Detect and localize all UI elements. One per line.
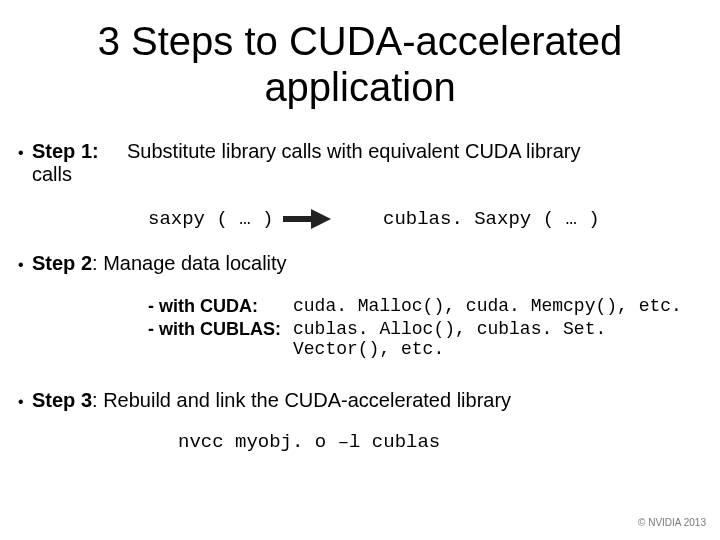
step-1-code-left: saxpy ( … ) [148, 208, 283, 230]
arrow-icon [283, 209, 383, 229]
step-1-label: Step 1: [32, 140, 127, 163]
slide: 3 Steps to CUDA-accelerated application … [0, 0, 720, 540]
title-line-2: application [264, 65, 455, 109]
step-1-code-row: saxpy ( … ) cublas. Saxpy ( … ) [18, 208, 702, 230]
step-3-line: Step 3: Rebuild and link the CUDA-accele… [32, 389, 702, 412]
svg-marker-1 [311, 209, 331, 229]
step-2-row1-label: - with CUDA: [148, 296, 293, 317]
step-2-row1-code: cuda. Malloc(), cuda. Memcpy(), etc. [293, 296, 702, 317]
bullet-icon: • [18, 389, 32, 415]
step-3-code: nvcc myobj. o –l cublas [18, 431, 702, 453]
step-2-row2-code: cublas. Alloc(), cublas. Set. Vector(), … [293, 319, 702, 359]
step-2-detail: - with CUDA: cuda. Malloc(), cuda. Memcp… [18, 296, 702, 359]
step-2: • Step 2: Manage data locality [18, 252, 702, 278]
step-1: • Step 1: calls Substitute library calls… [18, 140, 702, 186]
step-2-line: Step 2: Manage data locality [32, 252, 702, 275]
step-2-row-cublas: - with CUBLAS: cublas. Alloc(), cublas. … [148, 319, 702, 359]
slide-title: 3 Steps to CUDA-accelerated application [0, 0, 720, 118]
slide-body: • Step 1: calls Substitute library calls… [0, 118, 720, 453]
step-3: • Step 3: Rebuild and link the CUDA-acce… [18, 389, 702, 415]
step-2-label: Step 2 [32, 252, 92, 274]
step-1-wrap: calls [32, 163, 127, 186]
step-1-left: Step 1: calls [32, 140, 127, 186]
step-3-text: : Rebuild and link the CUDA-accelerated … [92, 389, 511, 411]
bullet-icon: • [18, 252, 32, 278]
svg-rect-0 [283, 216, 313, 222]
step-3-label: Step 3 [32, 389, 92, 411]
step-2-row-cuda: - with CUDA: cuda. Malloc(), cuda. Memcp… [148, 296, 702, 317]
step-1-code-right: cublas. Saxpy ( … ) [383, 208, 702, 230]
step-2-row2-label: - with CUBLAS: [148, 319, 293, 359]
step-1-text: Substitute library calls with equivalent… [127, 140, 702, 163]
title-line-1: 3 Steps to CUDA-accelerated [98, 19, 623, 63]
step-2-text: : Manage data locality [92, 252, 287, 274]
bullet-icon: • [18, 140, 32, 166]
copyright-footer: © NVIDIA 2013 [638, 517, 706, 528]
